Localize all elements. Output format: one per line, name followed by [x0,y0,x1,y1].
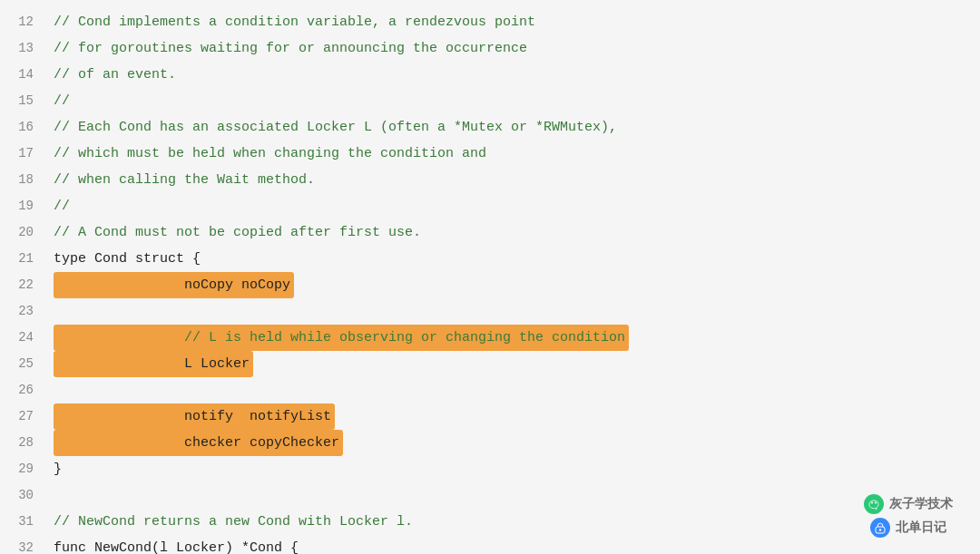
line-content: notify notifyList [50,403,980,430]
line-content: // of an event. [50,62,980,88]
table-row: 21type Cond struct { [0,246,980,272]
bei-icon [870,518,890,538]
line-number: 19 [0,193,50,219]
line-number: 32 [0,535,50,554]
table-row: 31// NewCond returns a new Cond with Loc… [0,509,980,535]
table-row: 30 [0,482,980,509]
line-content: func NewCond(l Locker) *Cond { [50,535,980,554]
table-row: 28 checker copyChecker [0,430,980,456]
code-container: 12// Cond implements a condition variabl… [0,0,980,554]
table-row: 29} [0,456,980,482]
svg-point-0 [871,501,873,503]
line-content: // L is held while observing or changing… [50,325,980,351]
watermark-top-text: 灰子学技术 [889,496,953,512]
line-content: // [50,193,980,219]
line-number: 17 [0,141,50,167]
line-content: // Each Cond has an associated Locker L … [50,114,980,141]
table-row: 12// Cond implements a condition variabl… [0,9,980,35]
table-row: 23 [0,298,980,325]
watermark-top: 灰子学技术 [864,494,953,514]
line-number: 20 [0,219,50,246]
code-lines: 12// Cond implements a condition variabl… [0,9,980,554]
wechat-icon [864,494,884,514]
line-number: 15 [0,88,50,114]
line-content: // NewCond returns a new Cond with Locke… [50,509,980,535]
line-number: 18 [0,167,50,193]
table-row: 22 noCopy noCopy [0,272,980,298]
line-number: 16 [0,114,50,141]
line-number: 24 [0,325,50,351]
table-row: 13// for goroutines waiting for or annou… [0,35,980,62]
line-content: L Locker [50,351,980,377]
table-row: 25 L Locker [0,351,980,377]
table-row: 20// A Cond must not be copied after fir… [0,219,980,246]
line-content: checker copyChecker [50,430,980,456]
line-number: 13 [0,35,50,62]
line-content: // [50,88,980,114]
watermark-bottom-text: 北单日记 [896,520,946,536]
table-row: 32func NewCond(l Locker) *Cond { [0,535,980,554]
line-number: 27 [0,403,50,430]
line-number: 26 [0,377,50,403]
line-number: 28 [0,430,50,456]
table-row: 17// which must be held when changing th… [0,141,980,167]
watermark-bottom: 北单日记 [870,518,946,538]
line-content: type Cond struct { [50,246,980,272]
line-content: // which must be held when changing the … [50,141,980,167]
line-number: 29 [0,456,50,482]
line-number: 22 [0,272,50,298]
line-content: // when calling the Wait method. [50,167,980,193]
table-row: 16// Each Cond has an associated Locker … [0,114,980,141]
table-row: 14// of an event. [0,62,980,88]
table-row: 27 notify notifyList [0,403,980,430]
line-number: 23 [0,298,50,325]
table-row: 24 // L is held while observing or chang… [0,325,980,351]
line-content: // for goroutines waiting for or announc… [50,35,980,62]
svg-point-3 [879,529,881,530]
table-row: 18// when calling the Wait method. [0,167,980,193]
line-number: 31 [0,509,50,535]
line-number: 12 [0,9,50,35]
line-number: 21 [0,246,50,272]
table-row: 15// [0,88,980,114]
line-content: // A Cond must not be copied after first… [50,219,980,246]
line-number: 30 [0,482,50,509]
table-row: 26 [0,377,980,403]
line-content: // Cond implements a condition variable,… [50,9,980,35]
line-content: } [50,456,980,482]
line-number: 14 [0,62,50,88]
watermark: 灰子学技术 北单日记 [864,494,953,538]
line-content: noCopy noCopy [50,272,980,298]
svg-point-1 [875,501,877,503]
table-row: 19// [0,193,980,219]
line-number: 25 [0,351,50,377]
